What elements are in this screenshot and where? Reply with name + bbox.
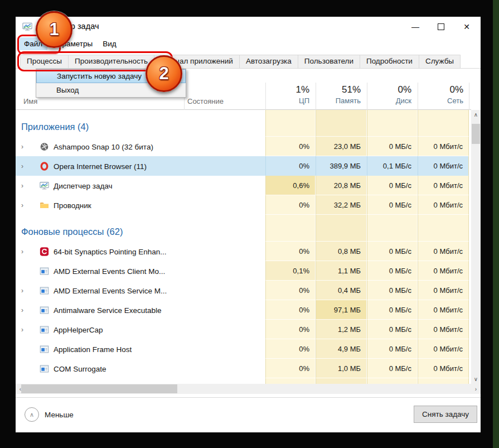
scroll-up-icon[interactable]: ∧ bbox=[471, 110, 481, 119]
cell-memory bbox=[316, 110, 366, 137]
cell-cpu: 0% bbox=[265, 137, 315, 156]
process-name: AMD External Events Service M... bbox=[54, 286, 167, 295]
usage-percent: 1% bbox=[266, 84, 309, 95]
column-header-status[interactable]: Состояние bbox=[187, 97, 224, 105]
process-name: AMD External Events Client Mo... bbox=[54, 267, 165, 275]
horizontal-scroll-thumb[interactable] bbox=[21, 384, 177, 393]
cell-network: 0 Мбит/с bbox=[418, 137, 469, 156]
expand-chevron-icon[interactable]: › bbox=[21, 143, 23, 151]
section-label: Фоновые процессы (62) bbox=[21, 227, 123, 237]
cell-network: 0 Мбит/с bbox=[418, 281, 469, 300]
cell-cpu bbox=[265, 110, 315, 137]
cell-memory: 32,2 МБ bbox=[316, 195, 366, 215]
vertical-scroll-thumb[interactable] bbox=[472, 124, 480, 144]
process-table: Приложения (4)›Ashampoo Snap 10 (32 бита… bbox=[16, 110, 471, 384]
window-controls: — ✕ bbox=[403, 18, 479, 36]
table-row[interactable]: ›AppHelperCap0%1,2 МБ0 МБ/с0 Мбит/с bbox=[16, 320, 469, 339]
cell-cpu: 0% bbox=[265, 339, 315, 359]
cell-disk: 0 МБ/с bbox=[367, 320, 417, 339]
tab-4[interactable]: Пользователи bbox=[298, 55, 360, 68]
fewer-details-toggle[interactable]: ∧ Меньше bbox=[25, 407, 74, 422]
folder-icon bbox=[40, 200, 49, 210]
table-row[interactable]: Application Frame Host0%4,9 МБ0 МБ/с0 Мб… bbox=[16, 339, 469, 359]
cell-cpu: 0% bbox=[265, 300, 315, 320]
column-label: ЦП bbox=[266, 97, 309, 105]
tab-3[interactable]: Автозагрузка bbox=[239, 55, 298, 68]
cell-disk: 0 МБ/с bbox=[367, 339, 417, 359]
cell-memory: 1,1 МБ bbox=[316, 261, 366, 281]
table-row[interactable]: ›Проводник0%32,2 МБ0 МБ/с0 Мбит/с bbox=[16, 195, 469, 215]
cell-disk bbox=[367, 110, 417, 137]
cell-network: 0 Мбит/с bbox=[418, 261, 469, 281]
section-row[interactable]: Приложения (4) bbox=[16, 110, 469, 137]
close-button[interactable]: ✕ bbox=[454, 18, 479, 36]
maximize-button[interactable] bbox=[428, 18, 454, 36]
table-row[interactable]: ›Ashampoo Snap 10 (32 бита)0%23,0 МБ0 МБ… bbox=[16, 137, 469, 156]
column-header-disk[interactable]: 0%Диск bbox=[367, 83, 417, 110]
expand-chevron-icon[interactable]: › bbox=[21, 248, 23, 256]
chevron-up-circle-icon: ∧ bbox=[25, 407, 39, 422]
cell-memory: 20,8 МБ bbox=[316, 176, 366, 195]
process-name: Диспетчер задач bbox=[54, 181, 113, 190]
fewer-details-label: Меньше bbox=[45, 411, 74, 419]
app-window-icon bbox=[40, 305, 49, 315]
table-row[interactable]: ›64-bit Synaptics Pointing Enhan...0%0,8… bbox=[16, 242, 469, 261]
cell-disk: 0 МБ/с bbox=[367, 242, 417, 261]
cell-network bbox=[418, 110, 469, 137]
table-row[interactable]: COM Surrogate0%1,0 МБ0 МБ/с0 Мбит/с bbox=[16, 359, 469, 378]
cell-network: 0 Мбит/с bbox=[418, 300, 469, 320]
expand-chevron-icon[interactable]: › bbox=[21, 162, 23, 170]
table-row[interactable]: ›Antimalware Service Executable0%97,1 МБ… bbox=[16, 300, 469, 320]
table-row[interactable]: ›Opera Internet Browser (11)0%389,9 МБ0,… bbox=[16, 156, 469, 176]
section-row[interactable]: Фоновые процессы (62) bbox=[16, 215, 469, 242]
process-name: Ashampoo Snap 10 (32 бита) bbox=[54, 142, 153, 151]
scroll-down-icon[interactable]: ∨ bbox=[471, 374, 481, 384]
column-header-memory[interactable]: 51%Память bbox=[316, 83, 366, 110]
table-row[interactable]: AMD External Events Client Mo...0,1%1,1 … bbox=[16, 261, 469, 281]
cell-network: 0 Мбит/с bbox=[418, 359, 469, 378]
cell-memory: 1,2 МБ bbox=[316, 320, 366, 339]
column-header-network[interactable]: 0%Сеть bbox=[418, 83, 469, 110]
process-name: COM Surrogate bbox=[54, 364, 106, 373]
process-name: Проводник bbox=[54, 201, 91, 209]
cell-memory: 1,0 МБ bbox=[316, 359, 366, 378]
column-label: Сеть bbox=[418, 97, 463, 105]
tab-5[interactable]: Подробности bbox=[360, 55, 419, 68]
usage-percent: 51% bbox=[316, 84, 361, 95]
process-name: Antimalware Service Executable bbox=[54, 306, 162, 314]
expand-chevron-icon[interactable]: › bbox=[21, 326, 23, 334]
expand-chevron-icon[interactable]: › bbox=[21, 201, 23, 209]
vertical-scrollbar[interactable]: ∧ ∨ bbox=[471, 110, 481, 384]
cell-disk: 0 МБ/с bbox=[367, 359, 417, 378]
step-1-badge: 1 bbox=[36, 11, 72, 48]
task-manager-icon bbox=[40, 181, 49, 190]
app-window-icon bbox=[40, 325, 49, 334]
expand-chevron-icon[interactable]: › bbox=[21, 182, 23, 190]
cell-disk: 0 МБ/с bbox=[367, 261, 417, 281]
column-header-cpu[interactable]: 1%ЦП bbox=[265, 83, 315, 110]
horizontal-scrollbar[interactable]: ‹ › bbox=[16, 384, 481, 394]
cell-memory: 0,4 МБ bbox=[316, 281, 366, 300]
cell-network: 0 Мбит/с bbox=[418, 176, 469, 195]
table-row[interactable]: ›AMD External Events Service M...0%0,4 М… bbox=[16, 281, 469, 300]
minimize-button[interactable]: — bbox=[403, 18, 428, 36]
cell-disk: 0,1 МБ/с bbox=[367, 156, 417, 176]
process-rows: Приложения (4)›Ashampoo Snap 10 (32 бита… bbox=[16, 110, 471, 378]
cell-disk: 0 МБ/с bbox=[367, 137, 417, 156]
cell-memory: 97,1 МБ bbox=[316, 300, 366, 320]
app-window-icon bbox=[40, 286, 49, 295]
expand-chevron-icon[interactable]: › bbox=[21, 287, 23, 295]
expand-chevron-icon[interactable]: › bbox=[21, 306, 23, 314]
cell-memory: 23,0 МБ bbox=[316, 137, 366, 156]
cell-cpu: 0% bbox=[265, 320, 315, 339]
table-row[interactable]: ›Диспетчер задач0,6%20,8 МБ0 МБ/с0 Мбит/… bbox=[16, 176, 469, 195]
end-task-button[interactable]: Снять задачу bbox=[414, 406, 477, 423]
column-header-name[interactable]: Имя bbox=[23, 97, 37, 105]
column-label: Диск bbox=[367, 97, 411, 105]
process-name: Opera Internet Browser (11) bbox=[54, 162, 147, 170]
menu-view[interactable]: Вид bbox=[98, 37, 121, 50]
cell-network bbox=[418, 215, 469, 242]
scroll-right-icon[interactable]: › bbox=[471, 384, 481, 394]
footer-bar: ∧ Меньше Снять задачу bbox=[16, 397, 481, 432]
tab-6[interactable]: Службы bbox=[419, 55, 461, 68]
